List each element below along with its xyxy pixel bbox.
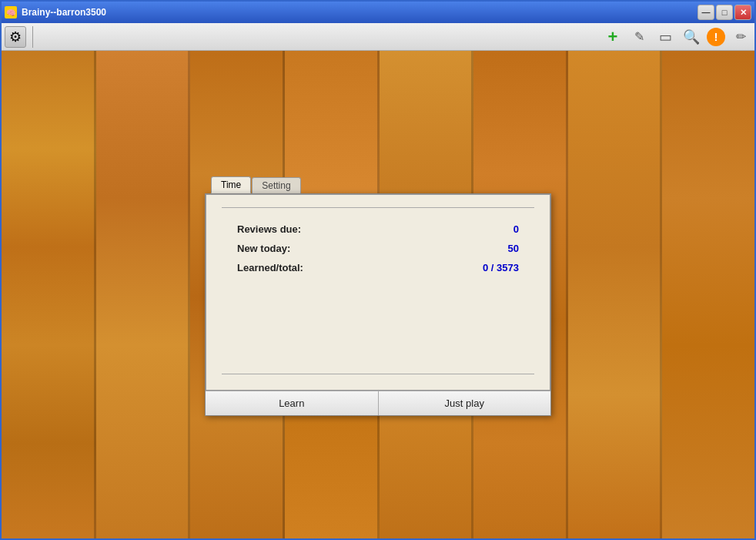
gear-button[interactable]: ⚙ <box>5 26 26 48</box>
just-play-button[interactable]: Just play <box>379 391 551 415</box>
new-today-value: 50 <box>508 243 519 254</box>
tab-setting[interactable]: Setting <box>252 177 300 193</box>
save-button[interactable]: ▭ <box>654 26 676 48</box>
stat-row-new: New today: 50 <box>222 243 534 254</box>
pencil-button[interactable]: ✏ <box>730 26 751 48</box>
title-bar: 🧠 Brainy--barron3500 — □ ✕ <box>2 2 754 23</box>
dialog-buttons: Learn Just play <box>206 391 550 415</box>
toolbar-right: + ✎ ▭ 🔍 ! ✏ <box>602 26 751 48</box>
wood-background: Time Setting Reviews due: 0 New today: 5… <box>2 51 754 540</box>
window-title: Brainy--barron3500 <box>22 7 106 18</box>
stat-row-learned: Learned/total: 0 / 3573 <box>222 262 534 273</box>
stat-row-reviews: Reviews due: 0 <box>222 223 534 235</box>
info-button[interactable]: ! <box>707 28 725 46</box>
title-bar-controls: — □ ✕ <box>697 5 751 20</box>
learned-total-value: 0 / 3573 <box>483 262 519 273</box>
dialog-spacer <box>222 281 534 374</box>
new-today-label: New today: <box>237 243 290 254</box>
toolbar: ⚙ + ✎ ▭ 🔍 ! ✏ <box>2 23 754 51</box>
dialog-tabs: Time Setting <box>211 176 551 193</box>
minimize-button[interactable]: — <box>697 5 714 20</box>
dialog-panel: Reviews due: 0 New today: 50 Learned/tot… <box>205 193 551 416</box>
title-bar-left: 🧠 Brainy--barron3500 <box>5 6 106 18</box>
search-button[interactable]: 🔍 <box>681 26 702 48</box>
toolbar-separator <box>32 26 33 48</box>
tab-time[interactable]: Time <box>211 176 251 193</box>
dialog-wrapper: Time Setting Reviews due: 0 New today: 5… <box>205 176 551 416</box>
close-button[interactable]: ✕ <box>734 5 751 20</box>
edit-button[interactable]: ✎ <box>628 26 650 48</box>
reviews-due-value: 0 <box>513 223 519 235</box>
dialog-body: Reviews due: 0 New today: 50 Learned/tot… <box>206 194 550 391</box>
dialog-bottom-separator <box>222 374 534 374</box>
dialog-top-separator <box>222 207 534 208</box>
maximize-button[interactable]: □ <box>716 5 733 20</box>
reviews-due-label: Reviews due: <box>237 223 301 235</box>
learned-total-label: Learned/total: <box>237 262 303 273</box>
learn-button[interactable]: Learn <box>206 391 379 415</box>
app-icon: 🧠 <box>5 6 17 18</box>
add-button[interactable]: + <box>602 26 624 48</box>
